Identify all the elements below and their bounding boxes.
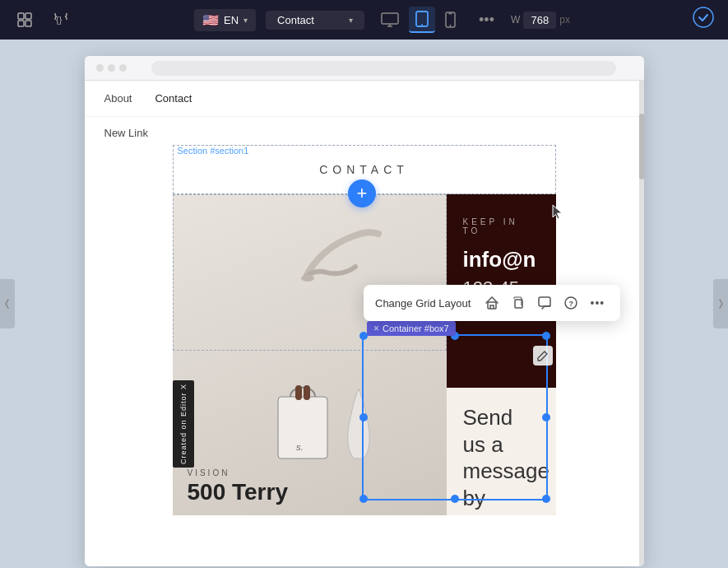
vision-title: 500 Terry	[188, 480, 432, 505]
width-unit: px	[559, 14, 570, 26]
flag-icon: 🇺🇸	[202, 12, 219, 28]
left-scroll-handle[interactable]	[0, 279, 15, 328]
browser-chrome	[85, 56, 644, 81]
lang-code: EN	[224, 14, 239, 26]
top-toolbar: {} 🇺🇸 EN ▾ Contact ▾	[0, 0, 728, 40]
canvas-area: About Contact New Link Section #section1…	[0, 40, 728, 568]
svg-point-11	[301, 275, 314, 282]
page-selector[interactable]: Contact ▾	[266, 11, 364, 30]
browser-dot-yellow	[108, 64, 115, 72]
svg-rect-3	[26, 21, 31, 26]
svg-point-10	[693, 7, 713, 27]
tablet-device-button[interactable]	[409, 7, 435, 33]
mobile-device-button[interactable]	[438, 7, 462, 32]
page-chevron: ▾	[349, 16, 353, 25]
svg-rect-1	[26, 13, 31, 19]
shoe-illustration	[290, 211, 388, 296]
more-options-toolbar-icon[interactable]: •••	[586, 291, 609, 314]
editor-x-badge: Created on Editor X	[173, 380, 194, 468]
svg-point-7	[421, 24, 423, 26]
bottom-left-content: VISION 500 Terry	[173, 459, 447, 515]
svg-rect-2	[18, 21, 24, 26]
language-selector[interactable]: 🇺🇸 EN ▾	[194, 9, 256, 31]
floating-toolbar-label: Change Grid Layout	[375, 297, 471, 310]
right-scroll-handle[interactable]	[713, 279, 728, 328]
browser-dots	[96, 64, 127, 72]
bag-illustration: s.	[270, 372, 336, 466]
device-icons	[374, 7, 462, 33]
svg-text:{}: {}	[56, 15, 63, 25]
contact-email: info@n	[463, 247, 540, 272]
curly-braces-icon[interactable]: {}	[49, 8, 72, 31]
browser-dot-green	[119, 64, 127, 72]
page-name: Contact	[277, 14, 314, 26]
copy-icon[interactable]	[507, 291, 530, 314]
container-tag-label: Container #box7	[383, 324, 449, 333]
lang-chevron: ▾	[243, 16, 248, 25]
toolbar-left: {}	[13, 8, 72, 31]
help-icon[interactable]: ?	[559, 291, 582, 314]
svg-rect-16	[539, 297, 550, 306]
svg-point-9	[450, 25, 452, 26]
comment-icon[interactable]	[533, 291, 556, 314]
toolbar-right	[692, 6, 715, 34]
grid-icon[interactable]	[13, 8, 36, 31]
nav-contact-link[interactable]: Contact	[155, 92, 192, 105]
width-control: W 768 px	[511, 12, 570, 29]
browser-dot-red	[96, 64, 104, 72]
svg-text:s.: s.	[296, 442, 304, 452]
scrollbar-thumb[interactable]	[639, 114, 644, 179]
edit-panel-button[interactable]	[533, 346, 553, 365]
keep-in-touch-label: KEEP IN TO	[463, 217, 540, 235]
page-title-text: CONTACT	[319, 163, 409, 176]
left-image-panel: s. VISION 500 Terry	[173, 194, 447, 515]
grid-layout-icon[interactable]	[480, 291, 503, 314]
nav-about-link[interactable]: About	[104, 92, 132, 105]
frame-scrollbar[interactable]	[639, 81, 644, 566]
right-panel-bottom: Send us a message by using our	[447, 388, 556, 515]
more-options-button[interactable]: •••	[472, 8, 501, 32]
container-tag[interactable]: Container #box7	[367, 321, 456, 336]
desktop-device-button[interactable]	[374, 8, 406, 31]
width-value[interactable]: 768	[523, 12, 556, 29]
browser-url-bar	[151, 61, 616, 76]
svg-text:?: ?	[569, 300, 574, 308]
vision-label: VISION	[188, 468, 432, 477]
svg-rect-0	[18, 13, 24, 19]
publish-check-icon[interactable]	[692, 6, 715, 34]
toolbar-center: 🇺🇸 EN ▾ Contact ▾	[86, 7, 679, 33]
width-label: W	[511, 14, 520, 26]
floating-toolbar: Change Grid Layout ?	[364, 285, 620, 321]
nav-bar: About Contact	[85, 81, 644, 117]
svg-rect-5	[382, 13, 398, 24]
add-section-button[interactable]: +	[348, 179, 376, 207]
send-message-text: Send us a message by using our	[463, 404, 540, 515]
vase-illustration	[342, 384, 375, 470]
